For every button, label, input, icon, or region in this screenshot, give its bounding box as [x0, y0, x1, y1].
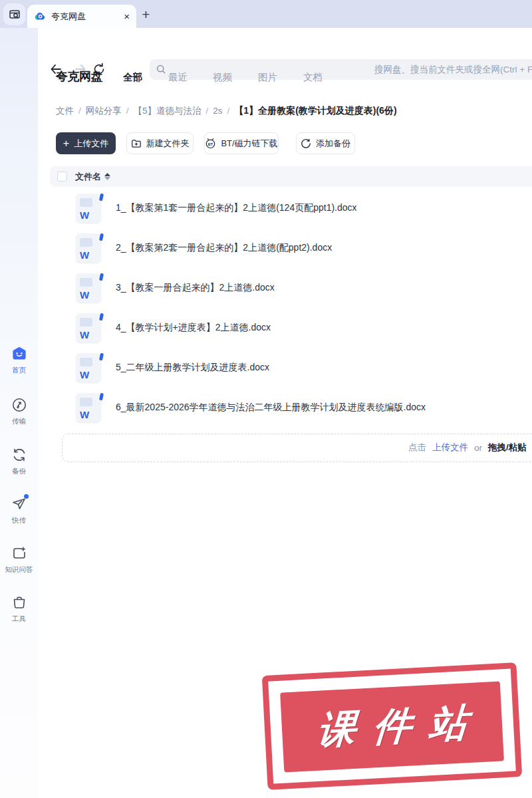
sidebar-label-knowledge-qa: 知识问答	[5, 565, 33, 575]
quark-logo-icon	[34, 11, 46, 23]
file-row[interactable]: W 6_最新2025-2026学年道德与法治二年级上册教学计划及进度表统编版.d…	[50, 388, 532, 428]
file-name[interactable]: 2_【教案第2套一册合起来的】2上道德(配ppt2).docx	[116, 242, 332, 254]
notification-badge	[24, 494, 29, 499]
docx-file-icon: W	[76, 353, 101, 382]
sidebar-label-transfer: 传输	[12, 417, 26, 426]
browser-toolbar: 搜网盘、搜当前文件夹或搜全网(Ctrl + F	[0, 28, 532, 57]
svg-text:BT: BT	[208, 142, 213, 146]
knowledge-qa-icon	[11, 545, 28, 562]
sidebar-label-quick-send: 快传	[12, 516, 26, 525]
filename-column-header: 文件名	[75, 171, 101, 183]
hint-drag: 拖拽/粘贴	[488, 442, 527, 454]
tab-all[interactable]: 全部	[123, 71, 142, 84]
breadcrumb-item-shared[interactable]: 网站分享	[86, 105, 122, 117]
sidebar-label-tools: 工具	[12, 614, 26, 624]
docx-file-icon: W	[76, 313, 101, 342]
file-table-header: 文件名	[50, 166, 532, 187]
breadcrumb-item-subject[interactable]: 【5】道德与法治	[134, 105, 201, 117]
new-folder-button[interactable]: 新建文件夹	[126, 132, 194, 154]
search-input[interactable]: 搜网盘、搜当前文件夹或搜全网(Ctrl + F	[150, 59, 532, 80]
add-backup-label: 添加备份	[316, 138, 350, 150]
backup-icon	[11, 446, 28, 464]
bt-magnet-download-button[interactable]: BT BT/磁力链下载	[204, 132, 279, 154]
upload-file-button[interactable]: + 上传文件	[56, 132, 116, 154]
file-name[interactable]: 3_【教案一册合起来的】2上道德.docx	[116, 282, 275, 294]
quark-drive-window: 夸克网盘 × + 搜网盘、搜当前文件夹或搜全	[0, 0, 532, 798]
file-row[interactable]: W 3_【教案一册合起来的】2上道德.docx	[50, 268, 532, 308]
breadcrumb: 文件 / 网站分享 / 【5】道德与法治 / 2s / 【1】全册教案(教学计划…	[56, 105, 397, 117]
bt-icon: BT	[205, 138, 216, 149]
upload-dropzone[interactable]: 点击 上传文件 or 拖拽/粘贴 到空白处	[62, 434, 532, 462]
breadcrumb-separator: /	[126, 106, 129, 116]
search-icon	[156, 64, 167, 75]
tab-image[interactable]: 图片	[258, 71, 277, 84]
window-search-icon	[9, 9, 21, 21]
tab-recent[interactable]: 最近	[168, 71, 188, 84]
docx-file-icon: W	[76, 273, 101, 303]
upload-file-link[interactable]: 上传文件	[432, 442, 468, 454]
upload-file-label: 上传文件	[74, 138, 108, 150]
sort-icon[interactable]	[104, 173, 110, 180]
backup-circle-icon	[301, 138, 311, 149]
docx-file-icon: W	[76, 233, 101, 263]
tools-icon	[11, 594, 28, 611]
sidebar-item-tools[interactable]: 工具	[0, 594, 38, 624]
new-folder-label: 新建文件夹	[146, 138, 190, 150]
page-title: 夸克网盘	[56, 68, 102, 84]
breadcrumb-current: 【1】全册教案(教学计划及进度表)(6份)	[234, 105, 396, 117]
hint-prefix: 点击	[408, 442, 426, 454]
file-row[interactable]: W 1_【教案第1套一册合起来的】2上道德(124页配ppt1).docx	[50, 188, 532, 228]
file-row[interactable]: W 4_【教学计划+进度表】2上道德.docx	[50, 308, 532, 348]
file-name[interactable]: 6_最新2025-2026学年道德与法治二年级上册教学计划及进度表统编版.doc…	[116, 402, 426, 414]
breadcrumb-separator: /	[227, 106, 230, 116]
breadcrumb-item-2s[interactable]: 2s	[213, 106, 222, 116]
sidebar-item-quick-send[interactable]: 快传	[0, 495, 38, 525]
sidebar: 首页 传输	[0, 28, 38, 798]
breadcrumb-separator: /	[78, 106, 81, 116]
file-row[interactable]: W 2_【教案第2套一册合起来的】2上道德(配ppt2).docx	[50, 228, 532, 268]
sidebar-item-home[interactable]: 首页	[0, 345, 38, 375]
transfer-icon	[11, 396, 28, 414]
breadcrumb-separator: /	[206, 106, 209, 116]
home-icon	[11, 345, 28, 362]
select-all-checkbox[interactable]	[57, 172, 67, 182]
sidebar-item-transfer[interactable]: 传输	[0, 396, 38, 426]
tab-video[interactable]: 视频	[213, 71, 232, 84]
watermark-stamp: 课件站	[262, 662, 522, 790]
sidebar-label-backup: 备份	[12, 467, 26, 476]
file-list: W 1_【教案第1套一册合起来的】2上道德(124页配ppt1).docx W …	[50, 188, 532, 428]
bt-download-label: BT/磁力链下载	[221, 138, 277, 150]
sidebar-item-knowledge-qa[interactable]: 知识问答	[0, 545, 38, 575]
add-backup-button[interactable]: 添加备份	[296, 132, 355, 154]
file-name[interactable]: 1_【教案第1套一册合起来的】2上道德(124页配ppt1).docx	[116, 202, 357, 214]
hint-or: or	[474, 443, 482, 453]
tab-document[interactable]: 文档	[303, 71, 323, 84]
stamp-inner: 课件站	[280, 681, 504, 772]
sidebar-item-backup[interactable]: 备份	[0, 446, 38, 476]
upload-hint: 点击 上传文件 or 拖拽/粘贴 到空白处	[408, 434, 532, 461]
sidebar-label-home: 首页	[12, 366, 26, 375]
stamp-text: 课件站	[298, 696, 486, 758]
new-tab-button[interactable]: +	[137, 5, 155, 23]
browser-tab-quark[interactable]: 夸克网盘 ×	[27, 5, 136, 28]
browser-tabstrip: 夸克网盘 × +	[0, 0, 532, 28]
breadcrumb-item-files[interactable]: 文件	[56, 105, 74, 117]
file-name[interactable]: 4_【教学计划+进度表】2上道德.docx	[116, 322, 271, 334]
plus-icon: +	[63, 138, 69, 149]
docx-file-icon: W	[76, 393, 101, 422]
tab-title: 夸克网盘	[51, 11, 118, 23]
tab-close-icon[interactable]: ×	[124, 11, 130, 21]
folder-plus-icon	[131, 138, 142, 149]
docx-file-icon: W	[76, 194, 101, 223]
search-placeholder: 搜网盘、搜当前文件夹或搜全网(Ctrl + F	[374, 59, 532, 80]
tab-search-button[interactable]	[3, 3, 25, 25]
quick-send-icon	[11, 495, 28, 513]
file-row[interactable]: W 5_二年级上册教学计划及进度表.docx	[50, 348, 532, 388]
file-name[interactable]: 5_二年级上册教学计划及进度表.docx	[116, 362, 269, 374]
